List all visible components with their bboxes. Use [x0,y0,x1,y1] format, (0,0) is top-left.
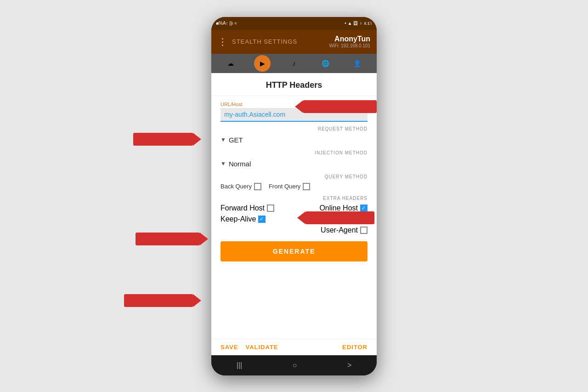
dialog-title: HTTP Headers [211,73,377,96]
tab-bar: ☁ ▶ ♪ 🌐 👤 [211,54,377,73]
online-host-item[interactable]: Online Host [319,204,368,212]
annotation-arrow-save [124,294,193,307]
bottom-nav: ||| ○ > [211,355,377,375]
status-right-icons: • ▲ 🖼 ♀ ٨:٤١ [345,21,372,26]
save-button[interactable]: SAVE [220,344,238,351]
menu-button[interactable]: ⋮ [218,36,227,47]
battery-icon: ■%A↑ ||ı ≈ [216,21,237,26]
front-query-item[interactable]: Front Query [269,183,310,190]
back-query-checkbox[interactable] [254,183,261,190]
query-method-row: Back Query Front Query [220,181,368,192]
injection-method-arrow-icon: ▼ [220,160,226,167]
phone-shell: ■%A↑ ||ı ≈ • ▲ 🖼 ♀ ٨:٤١ ⋮ STEALTH SETTIN… [211,17,377,375]
online-host-label: Online Host [319,204,358,212]
validate-button[interactable]: VALIDATE [245,344,278,351]
tab-cloud[interactable]: ☁ [222,55,239,72]
front-query-checkbox[interactable] [303,183,310,190]
request-method-value: GET [229,136,243,144]
status-left-icons: ■%A↑ ||ı ≈ [216,21,237,26]
request-method-label: REQUEST METHOD [220,126,368,131]
front-query-label: Front Query [269,183,300,190]
keep-alive-item[interactable]: Keep-Alive [220,215,266,223]
user-agent-checkbox[interactable] [360,227,368,234]
tab-web[interactable]: 🌐 [317,55,334,72]
status-bar: ■%A↑ ||ı ≈ • ▲ 🖼 ♀ ٨:٤١ [211,17,377,30]
forward-host-checkbox[interactable] [267,205,274,212]
tab-music[interactable]: ♪ [286,55,302,72]
notification-icons: • ▲ 🖼 ♀ ٨:٤١ [345,21,372,26]
annotation-arrow-url [303,100,377,113]
app-bar-title: STEALTH SETTINGS [232,38,297,45]
annotation-arrow-get [133,133,193,146]
extra-headers-label: EXTRA HEADERS [220,196,368,201]
user-agent-row: User-Agent [220,225,368,236]
forward-host-label: Forward Host [220,204,265,212]
tab-user[interactable]: 👤 [349,55,366,72]
request-method-arrow-icon: ▼ [220,136,226,143]
home-button[interactable]: ○ [283,358,306,373]
dialog-actions: SAVE VALIDATE EDITOR [211,339,377,355]
user-agent-label: User-Agent [321,226,358,234]
generate-button[interactable]: GENERATE [220,241,368,261]
annotation-arrow-online-host [305,211,374,224]
injection-method-label: INJECTION METHOD [220,150,368,155]
app-name: AnonyTun [329,35,371,43]
request-method-dropdown[interactable]: ▼ GET [220,133,368,147]
annotation-arrow-keep-alive [136,233,200,245]
back-query-label: Back Query [220,183,252,190]
online-host-checkbox[interactable] [360,205,368,212]
tab-you[interactable]: ▶ [254,55,271,72]
user-agent-item[interactable]: User-Agent [321,226,368,234]
forward-host-item[interactable]: Forward Host [220,204,274,212]
query-method-label: QUERY METHOD [220,174,368,179]
keep-alive-checkbox[interactable] [258,216,266,223]
back-query-item[interactable]: Back Query [220,183,261,190]
app-bar: ⋮ STEALTH SETTINGS AnonyTun WiFi: 192.16… [211,30,377,54]
keep-alive-label: Keep-Alive [220,215,256,223]
app-bar-right: AnonyTun WiFi: 192.168.0.101 [329,35,371,48]
injection-method-dropdown[interactable]: ▼ Normal [220,157,368,170]
page-wrapper: ■%A↑ ||ı ≈ • ▲ 🖼 ♀ ٨:٤١ ⋮ STEALTH SETTIN… [0,0,588,392]
recent-button[interactable]: > [338,358,361,373]
editor-button[interactable]: EDITOR [342,344,368,351]
app-wifi: WiFi: 192.168.0.101 [329,43,371,48]
app-bar-left: ⋮ STEALTH SETTINGS [218,36,297,47]
back-button[interactable]: ||| [227,358,251,373]
action-left: SAVE VALIDATE [220,344,278,351]
injection-method-value: Normal [229,160,251,168]
